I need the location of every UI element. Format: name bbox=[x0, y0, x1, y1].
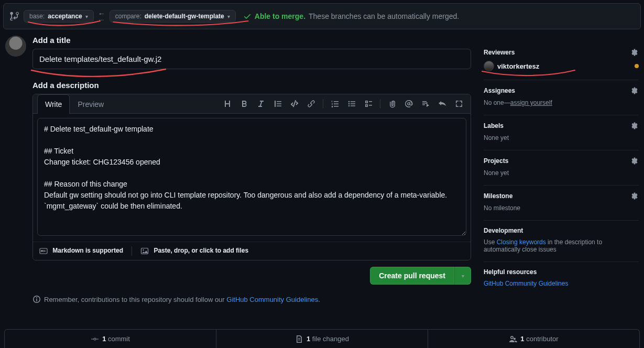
expand-button[interactable] bbox=[452, 96, 466, 111]
review-pending-dot bbox=[635, 64, 639, 68]
community-guidelines-link[interactable]: GitHub Community Guidelines bbox=[226, 296, 318, 303]
svg-point-1 bbox=[348, 103, 350, 105]
closing-keywords-link[interactable]: Closing keywords bbox=[497, 238, 546, 246]
compare-stats-bar: 1 commit 1 file changed 1 contributor bbox=[4, 329, 640, 348]
milestone-body: No milestone bbox=[484, 204, 639, 212]
base-branch-name: acceptance bbox=[48, 13, 82, 20]
projects-body: None yet bbox=[484, 169, 639, 177]
files-changed-stat[interactable]: 1 file changed bbox=[216, 330, 428, 348]
svg-point-0 bbox=[348, 101, 350, 103]
mention-button[interactable] bbox=[401, 96, 416, 111]
pr-title-input[interactable] bbox=[32, 49, 471, 69]
compare-merge-bar: base: acceptance ▾ ←… compare: delete-de… bbox=[3, 3, 641, 29]
commits-stat[interactable]: 1 commit bbox=[5, 330, 216, 348]
helpful-guidelines-link[interactable]: GitHub Community Guidelines bbox=[484, 280, 568, 287]
guidelines-reminder: Remember, contributions to this reposito… bbox=[32, 295, 471, 303]
reply-button[interactable] bbox=[435, 96, 450, 111]
cross-reference-button[interactable] bbox=[418, 96, 433, 111]
tab-preview[interactable]: Preview bbox=[70, 94, 112, 114]
italic-button[interactable] bbox=[254, 96, 268, 111]
compare-branch-selector[interactable]: compare: delete-default-gw-template ▾ bbox=[110, 10, 236, 23]
labels-body: None yet bbox=[484, 134, 639, 142]
image-icon bbox=[140, 247, 149, 255]
reviewers-heading: Reviewers bbox=[484, 49, 515, 56]
compare-prefix: compare: bbox=[115, 13, 141, 20]
development-heading: Development bbox=[484, 227, 523, 234]
svg-point-2 bbox=[348, 105, 350, 107]
gear-icon[interactable] bbox=[630, 157, 639, 165]
git-commit-icon bbox=[91, 335, 99, 343]
markdown-icon bbox=[39, 247, 48, 255]
base-prefix: base: bbox=[29, 13, 45, 20]
merge-status-msg: These branches can be automatically merg… bbox=[309, 12, 459, 20]
helpful-heading: Helpful resources bbox=[484, 268, 639, 276]
description-box: Write Preview bbox=[32, 94, 471, 260]
code-button[interactable] bbox=[287, 96, 302, 111]
attach-button[interactable] bbox=[385, 96, 399, 111]
gear-icon[interactable] bbox=[630, 48, 639, 57]
svg-point-5 bbox=[143, 249, 144, 251]
base-branch-selector[interactable]: base: acceptance ▾ bbox=[24, 10, 94, 23]
pr-body-textarea[interactable] bbox=[37, 118, 466, 236]
arrow-left-icon: ←… bbox=[98, 11, 105, 21]
development-body: Use Closing keywords in the description … bbox=[484, 238, 639, 253]
markdown-supported[interactable]: Markdown is supported bbox=[39, 247, 123, 255]
gear-icon[interactable] bbox=[630, 192, 639, 200]
reviewer-name: viktorkertesz bbox=[497, 62, 539, 70]
reviewer-avatar bbox=[484, 61, 494, 71]
assignees-heading: Assignees bbox=[484, 87, 515, 94]
description-heading: Add a description bbox=[32, 81, 471, 90]
labels-heading: Labels bbox=[484, 122, 504, 129]
git-compare-icon bbox=[10, 12, 19, 21]
assign-yourself-link[interactable]: assign yourself bbox=[510, 99, 552, 106]
bold-button[interactable] bbox=[237, 96, 252, 111]
author-avatar bbox=[5, 36, 26, 57]
title-heading: Add a title bbox=[32, 36, 471, 45]
ordered-list-button[interactable] bbox=[328, 96, 342, 111]
gear-icon[interactable] bbox=[630, 122, 639, 130]
quote-button[interactable] bbox=[270, 96, 285, 111]
check-icon bbox=[243, 12, 252, 20]
caret-down-icon: ▾ bbox=[85, 14, 88, 19]
attach-files-hint[interactable]: Paste, drop, or click to add files bbox=[140, 247, 248, 255]
markdown-toolbar bbox=[220, 96, 466, 111]
projects-heading: Projects bbox=[484, 157, 508, 165]
info-icon bbox=[32, 295, 41, 303]
assignees-body: No one—assign yourself bbox=[484, 99, 639, 106]
people-icon bbox=[509, 335, 517, 343]
milestone-heading: Milestone bbox=[484, 192, 512, 200]
link-button[interactable] bbox=[304, 96, 319, 111]
compare-branch-name: delete-default-gw-template bbox=[145, 13, 224, 20]
reviewer-item[interactable]: viktorkertesz bbox=[484, 61, 639, 71]
gear-icon[interactable] bbox=[630, 86, 639, 95]
file-diff-icon bbox=[295, 335, 303, 343]
merge-status: Able to merge. These branches can be aut… bbox=[243, 12, 459, 20]
unordered-list-button[interactable] bbox=[344, 96, 359, 111]
create-pr-button[interactable]: Create pull request bbox=[370, 267, 454, 285]
task-list-button[interactable] bbox=[361, 96, 376, 111]
caret-down-icon: ▾ bbox=[462, 273, 464, 279]
tab-write[interactable]: Write bbox=[37, 94, 70, 114]
contributors-stat[interactable]: 1 contributor bbox=[428, 330, 639, 348]
merge-status-able: Able to merge. bbox=[255, 12, 305, 20]
create-pr-dropdown[interactable]: ▾ bbox=[454, 267, 471, 285]
heading-button[interactable] bbox=[220, 96, 235, 111]
caret-down-icon: ▾ bbox=[227, 14, 230, 19]
